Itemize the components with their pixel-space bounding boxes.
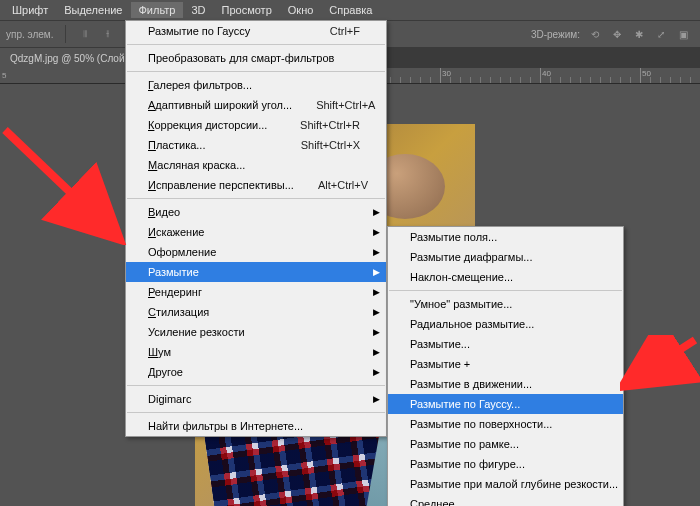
blur-menu-item[interactable]: Среднее [388, 494, 623, 506]
submenu-arrow-icon: ▶ [373, 247, 380, 257]
blur-submenu: Размытие поля...Размытие диафрагмы...Нак… [387, 226, 624, 506]
blur-menu-item[interactable]: Размытие + [388, 354, 623, 374]
submenu-arrow-icon: ▶ [373, 267, 380, 277]
filter-menu-item[interactable]: Другое▶ [126, 362, 386, 382]
menu-font[interactable]: Шрифт [4, 2, 56, 18]
menu-item-label: Размытие по поверхности... [410, 418, 597, 430]
filter-menu-item[interactable]: Найти фильтры в Интернете... [126, 416, 386, 436]
blur-menu-item[interactable]: Размытие... [388, 334, 623, 354]
blur-menu-item[interactable]: Размытие по фигуре... [388, 454, 623, 474]
blur-menu-item[interactable]: Размытие по поверхности... [388, 414, 623, 434]
submenu-arrow-icon: ▶ [373, 307, 380, 317]
menu-item-label: Размытие диафрагмы... [410, 251, 597, 263]
filter-menu-item[interactable]: Коррекция дисторсии...Shift+Ctrl+R [126, 115, 386, 135]
pan-icon[interactable]: ✥ [608, 25, 626, 43]
submenu-arrow-icon: ▶ [373, 367, 380, 377]
menu-item-label: Масляная краска... [148, 159, 360, 171]
menu-3d[interactable]: 3D [183, 2, 213, 18]
menu-filter[interactable]: Фильтр [131, 2, 184, 18]
blur-menu-item[interactable]: Размытие по Гауссу... [388, 394, 623, 414]
menu-item-label: Размытие по фигуре... [410, 458, 597, 470]
filter-menu-item[interactable]: Адаптивный широкий угол...Shift+Ctrl+A [126, 95, 386, 115]
menu-item-label: Стилизация [148, 306, 360, 318]
menu-item-shortcut: Alt+Ctrl+V [318, 179, 368, 191]
blur-menu-item[interactable]: "Умное" размытие... [388, 294, 623, 314]
move-icon[interactable]: ⤢ [652, 25, 670, 43]
menu-item-label: Преобразовать для смарт-фильтров [148, 52, 360, 64]
submenu-arrow-icon: ▶ [373, 207, 380, 217]
menu-item-label: "Умное" размытие... [410, 298, 597, 310]
zoom-icon[interactable]: ✱ [630, 25, 648, 43]
menu-item-label: Видео [148, 206, 360, 218]
filter-menu-item[interactable]: Видео▶ [126, 202, 386, 222]
menu-window[interactable]: Окно [280, 2, 322, 18]
menu-separator [389, 290, 622, 291]
blur-menu-item[interactable]: Наклон-смещение... [388, 267, 623, 287]
menu-help[interactable]: Справка [321, 2, 380, 18]
filter-menu-item[interactable]: Оформление▶ [126, 242, 386, 262]
submenu-arrow-icon: ▶ [373, 327, 380, 337]
menu-item-label: Искажение [148, 226, 360, 238]
menu-item-shortcut: Shift+Ctrl+X [301, 139, 360, 151]
filter-menu-item[interactable]: Галерея фильтров... [126, 75, 386, 95]
filter-menu-item[interactable]: Исправление перспективы...Alt+Ctrl+V [126, 175, 386, 195]
camera-icon[interactable]: ▣ [674, 25, 692, 43]
menu-item-label: Размытие... [410, 338, 597, 350]
blur-menu-item[interactable]: Размытие в движении... [388, 374, 623, 394]
blur-menu-item[interactable]: Размытие поля... [388, 227, 623, 247]
filter-menu-item[interactable]: Рендеринг▶ [126, 282, 386, 302]
submenu-arrow-icon: ▶ [373, 287, 380, 297]
menu-item-label: Среднее [410, 498, 597, 506]
filter-menu-item[interactable]: Пластика...Shift+Ctrl+X [126, 135, 386, 155]
orbit-icon[interactable]: ⟲ [586, 25, 604, 43]
blur-menu-item[interactable]: Размытие по рамке... [388, 434, 623, 454]
filter-menu-item[interactable]: Размытие по ГауссуCtrl+F [126, 21, 386, 41]
menu-item-label: Пластика... [148, 139, 277, 151]
document-title: QdzgM.jpg @ 50% (Слой 0 [10, 53, 133, 64]
menu-item-label: Усиление резкости [148, 326, 360, 338]
menu-item-shortcut: Shift+Ctrl+A [316, 99, 375, 111]
submenu-arrow-icon: ▶ [373, 227, 380, 237]
menu-item-label: Digimarc [148, 393, 360, 405]
menu-item-shortcut: Ctrl+F [330, 25, 360, 37]
blur-menu-item[interactable]: Размытие при малой глубине резкости... [388, 474, 623, 494]
menu-item-label: Размытие по рамке... [410, 438, 597, 450]
blur-menu-item[interactable]: Радиальное размытие... [388, 314, 623, 334]
filter-menu-item[interactable]: Размытие▶ [126, 262, 386, 282]
menu-item-label: Размытие поля... [410, 231, 597, 243]
menu-item-label: Исправление перспективы... [148, 179, 294, 191]
filter-menu-item[interactable]: Усиление резкости▶ [126, 322, 386, 342]
menu-item-label: Размытие по Гауссу [148, 25, 306, 37]
submenu-arrow-icon: ▶ [373, 347, 380, 357]
menu-separator [127, 385, 385, 386]
filter-menu-item[interactable]: Стилизация▶ [126, 302, 386, 322]
menu-item-label: Размытие [148, 266, 360, 278]
filter-menu-item[interactable]: Преобразовать для смарт-фильтров [126, 48, 386, 68]
document-tab[interactable]: QdzgM.jpg @ 50% (Слой 0 [0, 48, 144, 68]
blur-menu-item[interactable]: Размытие диафрагмы... [388, 247, 623, 267]
menu-item-label: Галерея фильтров... [148, 79, 360, 91]
align-icon[interactable]: ⫴ [76, 25, 94, 43]
menu-item-label: Другое [148, 366, 360, 378]
menu-item-label: Радиальное размытие... [410, 318, 597, 330]
filter-menu-item[interactable]: Искажение▶ [126, 222, 386, 242]
menu-item-label: Рендеринг [148, 286, 360, 298]
options-separator [65, 25, 66, 43]
menu-view[interactable]: Просмотр [214, 2, 280, 18]
menu-item-label: Размытие по Гауссу... [410, 398, 597, 410]
menu-item-shortcut: Shift+Ctrl+R [300, 119, 360, 131]
filter-menu-item[interactable]: Масляная краска... [126, 155, 386, 175]
filter-menu-item[interactable]: Digimarc▶ [126, 389, 386, 409]
align-icon-2[interactable]: ⫲ [98, 25, 116, 43]
ruler-corner-value: 5 [2, 71, 6, 80]
menu-item-label: Оформление [148, 246, 360, 258]
menu-separator [127, 71, 385, 72]
menu-separator [127, 44, 385, 45]
menu-item-label: Найти фильтры в Интернете... [148, 420, 360, 432]
menu-item-label: Размытие при малой глубине резкости... [410, 478, 618, 490]
filter-menu-item[interactable]: Шум▶ [126, 342, 386, 362]
menu-item-label: Шум [148, 346, 360, 358]
submenu-arrow-icon: ▶ [373, 394, 380, 404]
menu-selection[interactable]: Выделение [56, 2, 130, 18]
options-3d-mode-label: 3D-режим: [531, 29, 580, 40]
